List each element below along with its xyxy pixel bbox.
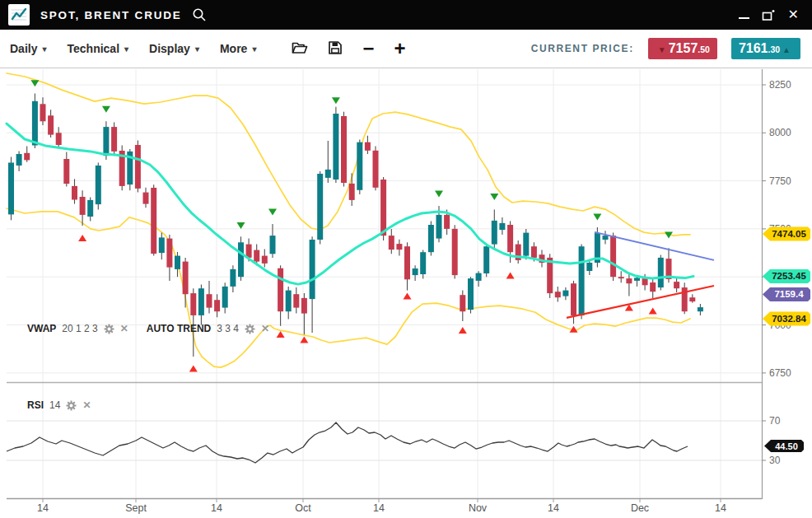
zoom-out-button[interactable]: −: [362, 40, 374, 57]
ask-price-badge: 7161 .30 ▲: [731, 38, 800, 59]
close-icon[interactable]: ✕: [788, 8, 799, 21]
vwap-indicator-name: VWAP: [27, 323, 56, 334]
svg-text:7253.45: 7253.45: [772, 271, 806, 281]
autotrend-settings-gear-icon[interactable]: [245, 324, 255, 334]
autotrend-indicator-params: 3 3 4: [217, 323, 239, 334]
candlestick-chart[interactable]: 8250800077507500725070006750703014Sept14…: [0, 68, 812, 518]
chevron-down-icon: ▾: [124, 44, 128, 54]
chart-toolbar: Daily ▾ Technical ▾ Display ▾ More ▾ −: [0, 30, 812, 68]
minus-icon: −: [362, 40, 374, 57]
trading-app-window: SPOT, BRENT CRUDE ✕ Daily ▾ Technical ▾ …: [0, 0, 812, 518]
svg-text:Oct: Oct: [295, 502, 311, 514]
technical-menu[interactable]: Technical ▾: [68, 42, 129, 55]
up-arrow-icon: ▲: [782, 40, 791, 61]
down-arrow-icon: ▼: [658, 40, 666, 61]
plus-icon: +: [394, 40, 405, 57]
chevron-down-icon: ▾: [195, 44, 199, 54]
open-folder-button[interactable]: [292, 41, 308, 57]
zoom-in-button[interactable]: +: [394, 40, 405, 57]
svg-text:14: 14: [211, 502, 222, 514]
svg-text:6750: 6750: [769, 367, 791, 379]
title-bar: SPOT, BRENT CRUDE ✕: [0, 0, 812, 30]
chevron-down-icon: ▾: [42, 44, 46, 54]
vwap-indicator-params: 20 1 2 3: [62, 323, 97, 334]
svg-text:Nov: Nov: [469, 502, 488, 514]
svg-text:14: 14: [548, 502, 559, 514]
vwap-settings-gear-icon[interactable]: [104, 324, 114, 334]
ask-price-value: 7161: [739, 38, 768, 59]
svg-text:7474.05: 7474.05: [772, 229, 806, 239]
bid-price-badge: ▼ 7157 .50: [648, 38, 717, 59]
technical-menu-label: Technical: [68, 42, 120, 55]
svg-text:44.50: 44.50: [775, 441, 798, 451]
autotrend-indicator-name: AUTO TREND: [147, 323, 211, 334]
app-logo-icon: [8, 4, 30, 26]
popout-button[interactable]: [762, 9, 776, 21]
timeframe-menu[interactable]: Daily ▾: [10, 42, 47, 55]
svg-text:8000: 8000: [769, 127, 791, 138]
svg-text:8250: 8250: [769, 79, 791, 91]
chart-area[interactable]: 8250800077507500725070006750703014Sept14…: [0, 68, 812, 518]
vwap-close-icon[interactable]: ✕: [120, 323, 128, 334]
autotrend-close-icon[interactable]: ✕: [261, 323, 269, 334]
svg-text:14: 14: [37, 502, 49, 514]
svg-text:70: 70: [769, 415, 781, 427]
save-floppy-icon: [328, 40, 343, 58]
svg-text:Dec: Dec: [631, 502, 649, 514]
svg-text:14: 14: [715, 502, 726, 514]
display-menu[interactable]: Display ▾: [149, 42, 199, 55]
bid-price-decimals: .50: [698, 44, 710, 54]
ask-price-decimals: .30: [768, 44, 780, 54]
timeframe-menu-label: Daily: [10, 42, 37, 55]
svg-text:7159.4: 7159.4: [774, 289, 804, 299]
current-price-label: CURRENT PRICE:: [531, 43, 634, 54]
rsi-indicator-params: 14: [49, 399, 60, 411]
rsi-legend-row: RSI 14 ✕: [27, 399, 91, 411]
rsi-indicator-name: RSI: [27, 399, 44, 411]
chevron-down-icon: ▾: [252, 44, 256, 54]
minimize-button[interactable]: [739, 17, 749, 19]
bid-price-value: 7157: [669, 38, 698, 59]
window-title: SPOT, BRENT CRUDE: [40, 9, 182, 21]
rsi-settings-gear-icon[interactable]: [66, 400, 77, 411]
indicator-legend-row: VWAP 20 1 2 3 ✕ AUTO TREND 3 3 4 ✕: [27, 323, 269, 334]
open-folder-icon: [292, 41, 308, 57]
svg-text:30: 30: [769, 455, 781, 466]
search-icon[interactable]: [192, 7, 207, 22]
more-menu-label: More: [220, 42, 247, 55]
svg-text:7032.84: 7032.84: [772, 314, 806, 324]
svg-text:14: 14: [373, 502, 385, 514]
window-controls: ✕: [739, 8, 799, 21]
svg-text:Sept: Sept: [125, 502, 147, 514]
display-menu-label: Display: [149, 42, 190, 55]
svg-text:7750: 7750: [769, 175, 791, 187]
rsi-close-icon[interactable]: ✕: [82, 399, 91, 411]
more-menu[interactable]: More ▾: [220, 42, 256, 55]
save-button[interactable]: [328, 40, 343, 58]
